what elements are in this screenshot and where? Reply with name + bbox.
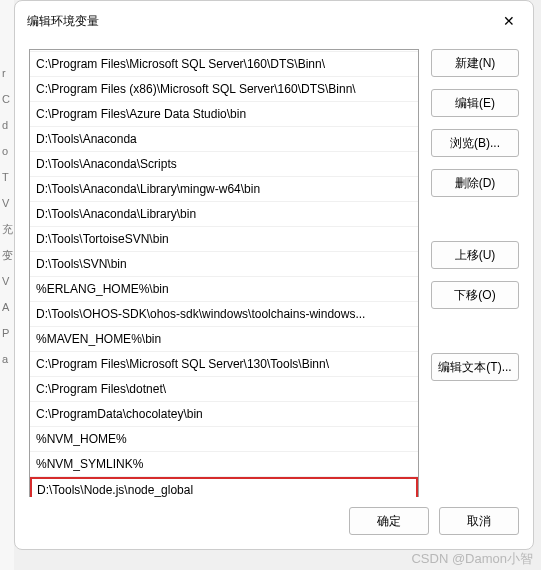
list-item[interactable]: C:\Program Files (x86)\Microsoft SQL Ser… [30, 77, 418, 102]
spacer [431, 321, 519, 341]
list-item[interactable]: C:\Program Files\Microsoft SQL Server\13… [30, 352, 418, 377]
dialog-footer: 确定 取消 [15, 497, 533, 549]
list-item[interactable]: %ERLANG_HOME%\bin [30, 277, 418, 302]
env-var-dialog: 编辑环境变量 ✕ C:\Program Files (x86)\Microsof… [14, 0, 534, 550]
close-button[interactable]: ✕ [497, 9, 521, 33]
browse-button[interactable]: 浏览(B)... [431, 129, 519, 157]
movedown-button[interactable]: 下移(O) [431, 281, 519, 309]
list-item[interactable]: C:\Program Files\Microsoft SQL Server\16… [30, 52, 418, 77]
ok-button[interactable]: 确定 [349, 507, 429, 535]
list-item[interactable]: D:\Tools\Anaconda\Library\bin [30, 202, 418, 227]
list-item[interactable]: D:\Tools\Node.js\node_global [30, 477, 418, 497]
list-item[interactable]: D:\Tools\OHOS-SDK\ohos-sdk\windows\toolc… [30, 302, 418, 327]
background-strip: rCdoTV充变VAPa [0, 0, 14, 570]
spacer [431, 209, 519, 229]
moveup-button[interactable]: 上移(U) [431, 241, 519, 269]
list-item[interactable]: %NVM_HOME% [30, 427, 418, 452]
list-item[interactable]: C:\Program Files\dotnet\ [30, 377, 418, 402]
list-item[interactable]: D:\Tools\SVN\bin [30, 252, 418, 277]
edittext-button[interactable]: 编辑文本(T)... [431, 353, 519, 381]
list-item[interactable]: C:\ProgramData\chocolatey\bin [30, 402, 418, 427]
list-item[interactable]: %MAVEN_HOME%\bin [30, 327, 418, 352]
list-item[interactable]: D:\Tools\Anaconda\Library\mingw-w64\bin [30, 177, 418, 202]
new-button[interactable]: 新建(N) [431, 49, 519, 77]
titlebar: 编辑环境变量 ✕ [15, 1, 533, 39]
list-item[interactable]: D:\Tools\Anaconda [30, 127, 418, 152]
list-item[interactable]: %NVM_SYMLINK% [30, 452, 418, 477]
path-listbox[interactable]: C:\Program Files (x86)\Microsoft SQL Ser… [29, 49, 419, 497]
dialog-content: C:\Program Files (x86)\Microsoft SQL Ser… [15, 39, 533, 497]
delete-button[interactable]: 删除(D) [431, 169, 519, 197]
list-item[interactable]: D:\Tools\Anaconda\Scripts [30, 152, 418, 177]
edit-button[interactable]: 编辑(E) [431, 89, 519, 117]
button-column: 新建(N) 编辑(E) 浏览(B)... 删除(D) 上移(U) 下移(O) 编… [431, 49, 519, 497]
cancel-button[interactable]: 取消 [439, 507, 519, 535]
list-item[interactable]: D:\Tools\TortoiseSVN\bin [30, 227, 418, 252]
dialog-title: 编辑环境变量 [27, 13, 99, 30]
watermark: CSDN @Damon小智 [411, 550, 533, 568]
close-icon: ✕ [503, 13, 515, 29]
list-item[interactable]: C:\Program Files\Azure Data Studio\bin [30, 102, 418, 127]
